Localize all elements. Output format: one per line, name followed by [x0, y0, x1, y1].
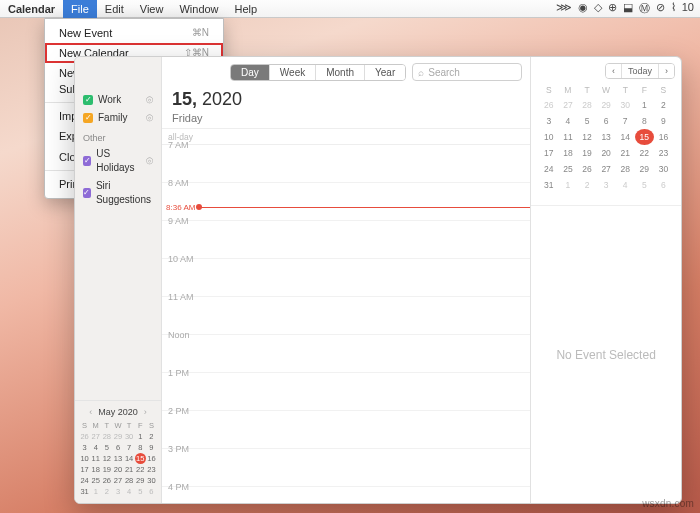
broadcast-icon: ⦾: [146, 111, 153, 125]
next-day-button[interactable]: ›: [659, 64, 674, 78]
view-month[interactable]: Month: [316, 65, 365, 80]
menu-file[interactable]: File: [63, 0, 97, 18]
search-input[interactable]: ⌕ Search: [412, 63, 522, 81]
no-event-placeholder: No Event Selected: [531, 205, 681, 503]
calendar-siri[interactable]: ✓ Siri Suggestions: [75, 177, 161, 209]
sidebar: ✓ Work ⦾ ✓ Family ⦾ Other ✓ US Holidays …: [75, 57, 162, 503]
checkbox-icon[interactable]: ✓: [83, 188, 91, 198]
main-content: Day Week Month Year ⌕ Search 15, 2020 Fr…: [162, 57, 531, 503]
menu-new-event[interactable]: New Event⌘N: [45, 23, 223, 43]
view-week[interactable]: Week: [270, 65, 316, 80]
broadcast-icon: ⦾: [146, 154, 153, 168]
tray-icon[interactable]: ⋙: [556, 1, 572, 16]
tray-icon[interactable]: ◇: [594, 1, 602, 16]
mini-month-grid[interactable]: SMTWTFS262728293012345678910111213141516…: [79, 420, 157, 497]
toolbar: Day Week Month Year ⌕ Search: [162, 57, 530, 87]
app-name: Calendar: [0, 3, 63, 15]
inspector-pane: ‹ Today › SMTWTFS26272829301234567891011…: [531, 57, 681, 503]
checkbox-icon[interactable]: ✓: [83, 156, 91, 166]
view-segmented-control: Day Week Month Year: [230, 64, 406, 81]
dropbox-icon[interactable]: ⬓: [623, 1, 633, 16]
calendar-family[interactable]: ✓ Family ⦾: [75, 109, 161, 127]
menu-edit[interactable]: Edit: [97, 0, 132, 18]
wifi-icon[interactable]: ⌇: [671, 1, 676, 16]
system-menubar: Calendar File Edit View Window Help ⋙ ◉ …: [0, 0, 700, 18]
broadcast-icon: ⦾: [146, 93, 153, 107]
right-month[interactable]: SMTWTFS262728293012345678910111213141516…: [531, 79, 681, 199]
mini-month-title: May 2020: [98, 407, 138, 417]
checkbox-icon[interactable]: ✓: [83, 113, 93, 123]
tray-icon[interactable]: ◉: [578, 1, 588, 16]
day-view[interactable]: all-day 7 AM8 AM9 AM10 AM11 AMNoon1 PM2 …: [162, 128, 530, 503]
menu-help[interactable]: Help: [227, 0, 266, 18]
date-header: 15, 2020 Friday: [162, 87, 530, 128]
today-nav: ‹ Today ›: [605, 63, 675, 79]
watermark: wsxdn.com: [642, 498, 694, 509]
sidebar-group-other: Other: [75, 127, 161, 145]
tray-time[interactable]: 10: [682, 1, 694, 16]
checkbox-icon[interactable]: ✓: [83, 95, 93, 105]
tray-icon[interactable]: Ⓜ: [639, 1, 650, 16]
mini-next-icon[interactable]: ›: [144, 407, 147, 417]
mini-prev-icon[interactable]: ‹: [89, 407, 92, 417]
search-icon: ⌕: [418, 67, 424, 78]
menu-window[interactable]: Window: [171, 0, 226, 18]
system-tray: ⋙ ◉ ◇ ⊕ ⬓ Ⓜ ⊘ ⌇ 10: [556, 1, 700, 16]
menu-view[interactable]: View: [132, 0, 172, 18]
tray-icon[interactable]: ⊘: [656, 1, 665, 16]
calendar-window: ✓ Work ⦾ ✓ Family ⦾ Other ✓ US Holidays …: [74, 56, 682, 504]
view-year[interactable]: Year: [365, 65, 405, 80]
calendar-us-holidays[interactable]: ✓ US Holidays ⦾: [75, 145, 161, 177]
mini-month: ‹ May 2020 › SMTWTFS26272829301234567891…: [75, 400, 161, 503]
view-day[interactable]: Day: [231, 65, 270, 80]
current-time-label: 8:36 AM: [166, 203, 195, 212]
today-button[interactable]: Today: [622, 64, 659, 78]
prev-day-button[interactable]: ‹: [606, 64, 622, 78]
allday-row[interactable]: all-day: [162, 129, 530, 145]
tray-icon[interactable]: ⊕: [608, 1, 617, 16]
calendar-work[interactable]: ✓ Work ⦾: [75, 91, 161, 109]
current-time-line: [200, 207, 530, 208]
